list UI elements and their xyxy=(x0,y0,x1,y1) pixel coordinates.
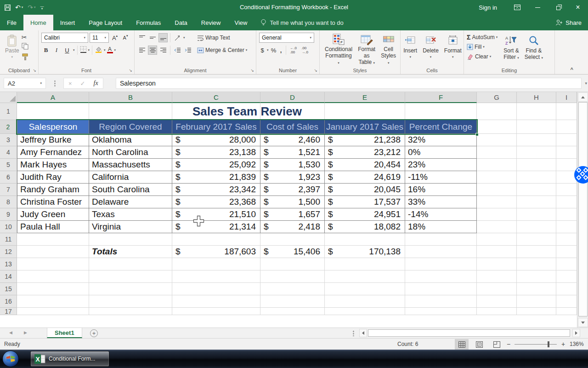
column-header-G[interactable]: G xyxy=(477,92,517,103)
increase-indent-button[interactable] xyxy=(183,46,192,55)
row-header-14[interactable]: 14 xyxy=(0,270,17,283)
merge-center-button[interactable]: Merge & Center ▾ xyxy=(197,45,247,55)
number-format-combobox[interactable]: General▾ xyxy=(259,33,314,43)
sheet-tab-sheet1[interactable]: Sheet1 xyxy=(47,328,82,338)
cell-E15[interactable] xyxy=(325,283,405,295)
paste-button[interactable]: Paste ▾ xyxy=(3,33,22,66)
row-header-11[interactable]: 11 xyxy=(0,233,17,246)
cell-E13[interactable] xyxy=(325,258,405,270)
cell-F17[interactable] xyxy=(405,308,477,315)
zoom-level[interactable]: 136% xyxy=(570,341,584,347)
cell-A13[interactable] xyxy=(17,258,89,270)
cell-F6[interactable]: -11% xyxy=(405,171,477,184)
cell-F5[interactable]: 23% xyxy=(405,159,477,171)
selection-fill-handle[interactable] xyxy=(475,133,479,136)
cell-I4[interactable] xyxy=(556,146,577,159)
cell-H11[interactable] xyxy=(517,233,556,246)
start-button[interactable] xyxy=(2,351,19,367)
cell-E10[interactable]: $18,082 xyxy=(325,221,405,233)
cell-H5[interactable] xyxy=(517,159,556,171)
cell-G17[interactable] xyxy=(477,308,517,315)
cell-F8[interactable]: 33% xyxy=(405,196,477,208)
cell-E3[interactable]: $21,238 xyxy=(325,134,405,146)
cell-B13[interactable] xyxy=(89,258,172,270)
row-header-13[interactable]: 13 xyxy=(0,258,17,270)
cell-F10[interactable]: 18% xyxy=(405,221,477,233)
column-header-H[interactable]: H xyxy=(517,92,556,103)
scroll-down-button[interactable] xyxy=(578,318,588,327)
cell-E7[interactable]: $20,045 xyxy=(325,184,405,196)
cell-B17[interactable] xyxy=(89,308,172,315)
cell-G12[interactable] xyxy=(477,246,517,258)
accounting-format-button[interactable]: $ xyxy=(259,46,266,55)
cell-E12[interactable]: $170,138 xyxy=(325,246,405,258)
cell-H1[interactable] xyxy=(517,103,556,120)
row-header-12[interactable]: 12 xyxy=(0,246,17,258)
sheet-nav-left[interactable]: ◀ xyxy=(9,330,12,335)
cell-C2[interactable]: February 2017 Sales xyxy=(172,120,260,134)
cell-E16[interactable] xyxy=(325,295,405,308)
zoom-out-button[interactable]: − xyxy=(507,340,510,348)
scroll-up-button[interactable] xyxy=(578,92,588,102)
cell-D3[interactable]: $2,460 xyxy=(260,134,325,146)
cell-E11[interactable] xyxy=(325,233,405,246)
cell-E6[interactable]: $24,619 xyxy=(325,171,405,184)
taskbar-app-excel[interactable]: X Conditional Form... xyxy=(30,351,109,367)
decrease-decimal-button[interactable]: .00→.0 xyxy=(300,46,310,55)
accounting-caret[interactable]: ▾ xyxy=(267,48,269,52)
cell-C4[interactable]: $23,138 xyxy=(172,146,260,159)
horizontal-scroll-thumb[interactable] xyxy=(368,329,570,337)
share-button[interactable]: Share xyxy=(555,15,582,30)
enter-entry-button[interactable]: ✓ xyxy=(80,80,85,87)
cell-A10[interactable]: Paula Hall xyxy=(17,221,89,233)
cell-G2[interactable] xyxy=(477,120,517,134)
cell-A5[interactable]: Mark Hayes xyxy=(17,159,89,171)
cell-I12[interactable] xyxy=(556,246,577,258)
cell-H16[interactable] xyxy=(517,295,556,308)
restore-button[interactable] xyxy=(548,0,568,15)
cell-D5[interactable]: $1,530 xyxy=(260,159,325,171)
row-header-4[interactable]: 4 xyxy=(0,146,17,159)
alignment-dialog-launcher[interactable]: ↘ xyxy=(250,69,254,73)
wrap-text-button[interactable]: Wrap Text xyxy=(197,33,247,43)
cell-E5[interactable]: $20,454 xyxy=(325,159,405,171)
cell-I11[interactable] xyxy=(556,233,577,246)
cell-H7[interactable] xyxy=(517,184,556,196)
cell-A12[interactable] xyxy=(17,246,89,258)
cell-G8[interactable] xyxy=(477,196,517,208)
cell-E4[interactable]: $23,212 xyxy=(325,146,405,159)
tab-file[interactable]: File xyxy=(0,15,23,30)
cell-C13[interactable] xyxy=(172,258,260,270)
format-cells-button[interactable]: Format ▾ xyxy=(442,33,464,66)
cell-A16[interactable] xyxy=(17,295,89,308)
cell-C17[interactable] xyxy=(172,308,260,315)
collapse-ribbon-button[interactable]: ^ xyxy=(571,67,573,72)
middle-align-button[interactable] xyxy=(148,33,157,42)
cell-E9[interactable]: $24,951 xyxy=(325,208,405,221)
row-header-9[interactable]: 9 xyxy=(0,208,17,221)
cell-C16[interactable] xyxy=(172,295,260,308)
cell-B16[interactable] xyxy=(89,295,172,308)
cell-H6[interactable] xyxy=(517,171,556,184)
cell-D15[interactable] xyxy=(260,283,325,295)
minimize-button[interactable] xyxy=(527,0,548,15)
italic-button[interactable]: I xyxy=(52,46,61,55)
increase-font-size-button[interactable]: A▴ xyxy=(110,33,119,42)
cell-C12[interactable]: $187,603 xyxy=(172,246,260,258)
cell-H13[interactable] xyxy=(517,258,556,270)
cell-F13[interactable] xyxy=(405,258,477,270)
format-painter-button[interactable] xyxy=(22,53,29,62)
cell-F9[interactable]: -14% xyxy=(405,208,477,221)
column-header-F[interactable]: F xyxy=(405,92,477,103)
cell-I8[interactable] xyxy=(556,196,577,208)
tab-view[interactable]: View xyxy=(227,15,254,30)
cell-D9[interactable]: $1,657 xyxy=(260,208,325,221)
cell-B11[interactable] xyxy=(89,233,172,246)
cell-I2[interactable] xyxy=(556,120,577,134)
cell-G14[interactable] xyxy=(477,270,517,283)
cell-C10[interactable]: $21,314 xyxy=(172,221,260,233)
vertical-scroll-thumb[interactable] xyxy=(578,102,588,316)
cell-I16[interactable] xyxy=(556,295,577,308)
cell-G5[interactable] xyxy=(477,159,517,171)
cell-B3[interactable]: Oklahoma xyxy=(89,134,172,146)
